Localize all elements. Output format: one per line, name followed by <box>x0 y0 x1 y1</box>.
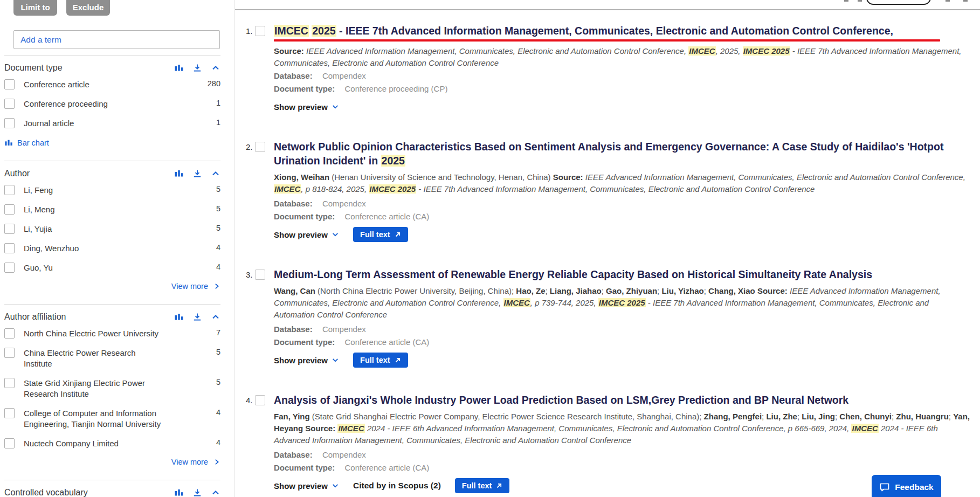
facet-item-count: 4 <box>216 263 220 271</box>
database-value: Compendex <box>322 325 366 334</box>
checkbox[interactable] <box>4 378 15 388</box>
show-preview-label: Show preview <box>274 230 328 239</box>
document-type-row: Document type: Conference article (CA) <box>274 462 970 474</box>
chevron-up-icon[interactable] <box>210 487 220 497</box>
bar-chart-icon[interactable] <box>174 312 184 322</box>
checkbox[interactable] <box>4 118 15 128</box>
document-type-row: Document type: Conference article (CA) <box>274 211 970 223</box>
show-preview-toggle[interactable]: Show preview <box>274 230 339 239</box>
facet-item-count: 5 <box>216 378 220 386</box>
chevron-down-icon <box>332 103 339 111</box>
document-type-value: Conference proceeding (CP) <box>345 84 448 93</box>
bar-chart-icon[interactable] <box>174 168 184 178</box>
checkbox[interactable] <box>4 204 15 215</box>
result-source-line: Xiong, Weihan (Henan University of Scien… <box>274 171 970 195</box>
bar-chart-icon[interactable] <box>174 63 184 73</box>
cut-off-button <box>866 0 931 5</box>
view-more-affiliations-link[interactable]: View more <box>0 458 220 466</box>
document-type-value: Conference article (CA) <box>345 337 430 347</box>
result-item-3: 3. Medium-Long Term Assessment of Renewa… <box>246 267 980 368</box>
document-type-row: Document type: Conference article (CA) <box>274 336 970 348</box>
show-preview-toggle[interactable]: Show preview <box>274 481 339 491</box>
facet-item-count: 7 <box>216 328 220 337</box>
full-text-button[interactable]: Full text <box>353 227 408 242</box>
download-icon[interactable] <box>192 312 202 322</box>
result-title[interactable]: Network Public Opinion Characteristics B… <box>274 140 970 168</box>
result-source-line: Wang, Can (North China Electric Power Un… <box>274 285 970 321</box>
document-type-value: Conference article (CA) <box>345 212 430 221</box>
facet-item-label[interactable]: North China Electric Power University <box>24 328 158 339</box>
result-checkbox[interactable] <box>255 395 265 405</box>
show-preview-toggle[interactable]: Show preview <box>274 356 339 365</box>
chevron-down-icon <box>332 482 339 489</box>
result-checkbox[interactable] <box>255 270 265 280</box>
download-icon[interactable] <box>192 63 202 73</box>
facet-author: Author Li, Feng 5 <box>0 168 234 298</box>
chevron-right-icon <box>213 282 220 290</box>
feedback-button[interactable]: Feedback <box>872 475 941 497</box>
facet-item-label[interactable]: Li, Feng <box>24 185 53 196</box>
facet-item-label[interactable]: Nuctech Company Limited <box>24 438 119 449</box>
checkbox[interactable] <box>4 408 15 418</box>
show-preview-label: Show preview <box>274 102 328 112</box>
bar-chart-link[interactable]: Bar chart <box>4 139 234 147</box>
facet-item-label[interactable]: Ding, Wenzhuo <box>24 243 79 254</box>
result-checkbox[interactable] <box>255 26 265 36</box>
checkbox[interactable] <box>4 79 15 89</box>
facet-item-label[interactable]: Conference article <box>24 79 89 90</box>
view-more-authors-link[interactable]: View more <box>0 282 220 291</box>
database-value: Compendex <box>322 199 366 208</box>
result-title[interactable]: IMCEC 2025 - IEEE 7th Advanced Informati… <box>274 24 970 38</box>
chevron-up-icon[interactable] <box>210 312 220 322</box>
result-checkbox[interactable] <box>255 142 265 152</box>
results-main: 1. IMCEC 2025 - IEEE 7th Advanced Inform… <box>235 0 980 497</box>
limit-to-button[interactable]: Limit to <box>13 0 57 16</box>
cited-by-scopus-link[interactable]: Cited by in Scopus (2) <box>353 481 441 491</box>
result-item-2: 2. Network Public Opinion Characteristic… <box>246 140 980 243</box>
database-label: Database: <box>274 325 313 334</box>
result-number: 1. <box>246 24 255 115</box>
facet-item-label[interactable]: Li, Meng <box>24 204 55 215</box>
facet-item-label[interactable]: College of Computer and Information Engi… <box>24 408 162 430</box>
bar-chart-icon <box>4 139 13 147</box>
cut-off-toolbar-fragment <box>963 0 968 2</box>
checkbox[interactable] <box>4 224 15 234</box>
checkbox[interactable] <box>4 348 15 358</box>
facet-item-label[interactable]: State Grid Xinjiang Electric Power Resea… <box>24 378 162 399</box>
result-title[interactable]: Analysis of Jiangxi's Whole Industry Pow… <box>274 393 970 407</box>
chevron-up-icon[interactable] <box>210 63 220 73</box>
results-list: 1. IMCEC 2025 - IEEE 7th Advanced Inform… <box>235 10 980 494</box>
checkbox[interactable] <box>4 328 15 339</box>
checkbox[interactable] <box>4 263 15 273</box>
result-title[interactable]: Medium-Long Term Assessment of Renewable… <box>274 267 970 281</box>
facet-item-label[interactable]: Guo, Yu <box>24 263 53 273</box>
chevron-up-icon[interactable] <box>210 168 220 178</box>
checkbox[interactable] <box>4 99 15 109</box>
facet-title: Author <box>4 169 30 178</box>
facet-item: China Electric Power Research Institute … <box>0 343 234 374</box>
checkbox[interactable] <box>4 438 15 448</box>
full-text-button[interactable]: Full text <box>455 478 510 493</box>
result-item-4: 4. Analysis of Jiangxi's Whole Industry … <box>246 393 980 494</box>
facet-item-count: 4 <box>216 408 220 417</box>
facet-item-label[interactable]: Conference proceeding <box>24 99 108 109</box>
add-term-input[interactable] <box>13 30 220 49</box>
document-type-value: Conference article (CA) <box>345 463 430 472</box>
bar-chart-icon[interactable] <box>174 487 184 497</box>
full-text-button[interactable]: Full text <box>353 353 408 368</box>
download-icon[interactable] <box>192 168 202 178</box>
document-type-row: Document type: Conference proceeding (CP… <box>274 83 970 95</box>
facet-author-affiliation: Author affiliation North China Electric … <box>0 312 234 474</box>
facet-item-label[interactable]: Li, Yujia <box>24 224 52 234</box>
database-label: Database: <box>274 71 313 80</box>
checkbox[interactable] <box>4 185 15 195</box>
download-icon[interactable] <box>192 487 202 497</box>
facet-item-label[interactable]: Journal article <box>24 118 74 129</box>
external-link-icon <box>395 231 401 238</box>
divider <box>4 480 220 480</box>
facet-item-label[interactable]: China Electric Power Research Institute <box>24 348 162 369</box>
divider <box>4 55 220 56</box>
show-preview-toggle[interactable]: Show preview <box>274 102 339 112</box>
exclude-button[interactable]: Exclude <box>66 0 110 16</box>
checkbox[interactable] <box>4 243 15 253</box>
